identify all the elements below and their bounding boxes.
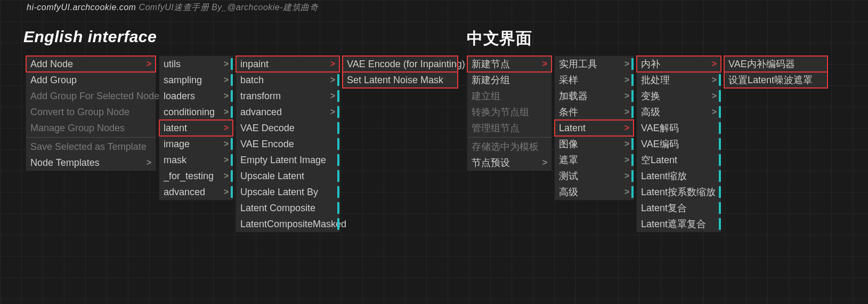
menu-item[interactable]: 条件> — [555, 104, 634, 120]
menu-item[interactable]: Empty Latent Image — [236, 152, 339, 168]
menu-item[interactable]: Upscale Latent By — [236, 184, 339, 200]
menu-item[interactable]: 图像> — [555, 136, 634, 152]
menu-item[interactable]: 新建节点> — [467, 56, 551, 72]
submenu-arrow-icon: > — [624, 140, 629, 148]
menu-item[interactable]: Set Latent Noise Mask — [343, 72, 458, 88]
menu-item[interactable]: 内补> — [637, 56, 721, 72]
menu-item[interactable]: advanced> — [159, 184, 233, 200]
menu-item[interactable]: Manage Group Nodes — [26, 120, 156, 136]
menu-item[interactable]: VAE Decode — [236, 120, 339, 136]
menu-item[interactable]: Latent缩放 — [637, 168, 721, 184]
menu-item[interactable]: Add Node> — [26, 56, 156, 72]
menu-item[interactable]: VAE Encode — [236, 136, 339, 152]
menu-item[interactable]: batch> — [236, 72, 339, 88]
menu-item[interactable]: Latent遮罩复合 — [637, 216, 721, 232]
submenu-arrow-icon: > — [624, 172, 629, 180]
menu-item[interactable]: 管理组节点 — [467, 120, 551, 136]
menu-item[interactable]: _for_testing> — [159, 168, 233, 184]
menu-item-label: Latent Composite — [240, 203, 335, 213]
menu-item[interactable]: 节点预设> — [467, 155, 551, 171]
menu-item-label: 转换为节点组 — [472, 107, 547, 117]
menu-item-label: 设置Latent噪波遮罩 — [728, 75, 823, 85]
menu-item[interactable]: 批处理> — [637, 72, 721, 88]
menu-item-label: 建立组 — [472, 91, 547, 101]
menu-item-label: advanced — [164, 187, 216, 197]
menu-cn-category[interactable]: 实用工具>采样>加载器>条件>Latent>图像>遮罩>测试>高级> — [554, 55, 634, 201]
menu-item-label: VAE编码 — [641, 139, 717, 149]
submenu-arrow-icon: > — [624, 76, 629, 84]
submenu-arrow-icon: > — [624, 60, 629, 68]
menu-en-latent[interactable]: inpaint>batch>transform>advanced>VAE Dec… — [236, 55, 340, 233]
menu-item-label: VAE Decode — [240, 123, 335, 133]
menu-item-label: Latent — [559, 123, 617, 133]
menu-en-inpaint[interactable]: VAE Encode (for Inpainting)Set Latent No… — [342, 55, 458, 89]
menu-item[interactable]: Save Selected as Template — [26, 139, 156, 155]
menu-cn-context[interactable]: 新建节点>新建分组建立组转换为节点组管理组节点存储选中为模板节点预设> — [467, 55, 552, 171]
menu-item[interactable]: LatentCompositeMasked — [236, 216, 339, 232]
menu-en-category[interactable]: utils>sampling>loaders>conditioning>late… — [159, 55, 233, 201]
menu-item[interactable]: Upscale Latent — [236, 168, 339, 184]
submenu-arrow-icon: > — [330, 60, 335, 68]
menu-item[interactable]: 转换为节点组 — [467, 104, 551, 120]
menu-item[interactable]: latent> — [159, 120, 233, 136]
menu-item[interactable]: 空Latent — [637, 152, 721, 168]
menu-item[interactable]: 设置Latent噪波遮罩 — [724, 72, 828, 88]
menu-item-label: Manage Group Nodes — [30, 123, 151, 133]
menu-item[interactable]: Latent> — [555, 120, 634, 136]
menu-item[interactable]: utils> — [159, 56, 233, 72]
menu-item[interactable]: 高级> — [637, 104, 721, 120]
menu-item[interactable]: mask> — [159, 152, 233, 168]
menu-item[interactable]: Latent按系数缩放 — [637, 184, 721, 200]
menu-item-label: 加载器 — [559, 91, 617, 101]
menu-item[interactable]: VAE编码 — [637, 136, 721, 152]
menu-item[interactable]: VAE解码 — [637, 120, 721, 136]
menu-item[interactable]: VAE Encode (for Inpainting) — [343, 56, 458, 72]
menu-item[interactable]: inpaint> — [236, 56, 339, 72]
top-url: hi-comfyUI.archcookie.com — [27, 3, 136, 12]
submenu-arrow-icon: > — [712, 92, 717, 100]
menu-item[interactable]: advanced> — [236, 104, 339, 120]
menu-item[interactable]: 高级> — [555, 184, 634, 200]
menu-item[interactable]: 采样> — [555, 72, 634, 88]
menu-cn-latent[interactable]: 内补>批处理>变换>高级>VAE解码VAE编码空LatentLatent缩放La… — [636, 55, 721, 233]
menu-item-label: _for_testing — [164, 171, 216, 181]
menu-item[interactable]: 实用工具> — [555, 56, 634, 72]
menu-cn-inpaint[interactable]: VAE内补编码器设置Latent噪波遮罩 — [724, 55, 828, 89]
menu-item[interactable]: VAE内补编码器 — [724, 56, 828, 72]
menu-item[interactable]: 变换> — [637, 88, 721, 104]
menu-item[interactable]: 遮罩> — [555, 152, 634, 168]
menu-item-label: VAE Encode (for Inpainting) — [347, 59, 465, 69]
menu-item-label: loaders — [164, 91, 216, 101]
menu-item[interactable]: image> — [159, 136, 233, 152]
submenu-arrow-icon: > — [330, 92, 335, 100]
submenu-arrow-icon: > — [624, 108, 629, 116]
heading-chinese: 中文界面 — [467, 28, 532, 50]
menu-item-label: Save Selected as Template — [30, 142, 151, 151]
menu-item[interactable]: Convert to Group Node — [26, 104, 156, 120]
menu-item[interactable]: 存储选中为模板 — [467, 139, 551, 155]
menu-item[interactable]: 测试> — [555, 168, 634, 184]
menu-item-label: 节点预设 — [472, 158, 535, 167]
top-rest: ComfyUI速查手册 By_@archcookie-建筑曲奇 — [139, 3, 318, 12]
menu-item[interactable]: Latent复合 — [637, 200, 721, 216]
menu-item-label: 图像 — [559, 139, 617, 149]
menu-item[interactable]: 建立组 — [467, 88, 551, 104]
submenu-arrow-icon: > — [147, 158, 151, 167]
menu-item-label: VAE解码 — [641, 123, 717, 133]
menu-item[interactable]: 新建分组 — [467, 72, 551, 88]
menu-item-label: 批处理 — [641, 75, 704, 85]
submenu-arrow-icon: > — [712, 108, 717, 116]
menu-item[interactable]: 加载器> — [555, 88, 634, 104]
menu-item[interactable]: Add Group For Selected Nodes — [26, 88, 156, 104]
menu-item[interactable]: Node Templates> — [26, 155, 156, 171]
menu-item[interactable]: conditioning> — [159, 104, 233, 120]
menu-item[interactable]: sampling> — [159, 72, 233, 88]
menu-item-label: Latent遮罩复合 — [641, 219, 717, 229]
menu-item-label: LatentCompositeMasked — [240, 219, 346, 229]
menu-item-label: Latent缩放 — [641, 171, 717, 181]
menu-item[interactable]: transform> — [236, 88, 339, 104]
menu-item[interactable]: Latent Composite — [236, 200, 339, 216]
menu-item[interactable]: Add Group — [26, 72, 156, 88]
menu-en-context[interactable]: Add Node>Add GroupAdd Group For Selected… — [26, 55, 156, 171]
menu-item[interactable]: loaders> — [159, 88, 233, 104]
